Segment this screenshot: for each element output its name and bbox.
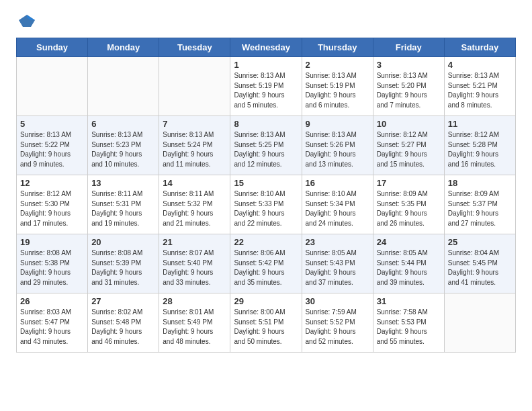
calendar-cell: 12Sunrise: 8:12 AM Sunset: 5:30 PM Dayli…: [17, 175, 88, 234]
day-info: Sunrise: 8:13 AM Sunset: 5:23 PM Dayligh…: [91, 130, 155, 169]
calendar-cell: 26Sunrise: 8:03 AM Sunset: 5:47 PM Dayli…: [17, 293, 88, 353]
day-info: Sunrise: 8:13 AM Sunset: 5:21 PM Dayligh…: [448, 71, 512, 110]
calendar-week-3: 12Sunrise: 8:12 AM Sunset: 5:30 PM Dayli…: [17, 175, 516, 234]
day-info: Sunrise: 8:13 AM Sunset: 5:20 PM Dayligh…: [377, 71, 441, 110]
day-number: 2: [306, 60, 369, 70]
day-info: Sunrise: 8:13 AM Sunset: 5:25 PM Dayligh…: [234, 130, 298, 169]
day-info: Sunrise: 8:06 AM Sunset: 5:42 PM Dayligh…: [234, 248, 298, 287]
calendar-cell: 2Sunrise: 8:13 AM Sunset: 5:19 PM Daylig…: [302, 57, 373, 116]
calendar-table: SundayMondayTuesdayWednesdayThursdayFrid…: [16, 38, 516, 353]
weekday-header-saturday: Saturday: [444, 38, 515, 57]
calendar-cell: [159, 57, 230, 116]
day-number: 14: [163, 178, 226, 188]
day-number: 29: [234, 296, 298, 306]
day-info: Sunrise: 8:13 AM Sunset: 5:22 PM Dayligh…: [20, 130, 84, 169]
day-number: 1: [234, 60, 298, 70]
day-number: 26: [20, 296, 84, 306]
calendar-header-row: SundayMondayTuesdayWednesdayThursdayFrid…: [17, 38, 516, 57]
day-number: 21: [163, 237, 226, 247]
day-info: Sunrise: 8:11 AM Sunset: 5:32 PM Dayligh…: [163, 189, 226, 228]
calendar-cell: 19Sunrise: 8:08 AM Sunset: 5:38 PM Dayli…: [17, 234, 88, 293]
weekday-header-monday: Monday: [88, 38, 159, 57]
calendar-cell: 10Sunrise: 8:12 AM Sunset: 5:27 PM Dayli…: [373, 116, 444, 175]
day-number: 6: [91, 119, 155, 129]
day-number: 16: [306, 178, 369, 188]
calendar-cell: 22Sunrise: 8:06 AM Sunset: 5:42 PM Dayli…: [230, 234, 302, 293]
day-number: 17: [377, 178, 441, 188]
calendar-cell: 21Sunrise: 8:07 AM Sunset: 5:40 PM Dayli…: [159, 234, 230, 293]
day-info: Sunrise: 8:10 AM Sunset: 5:33 PM Dayligh…: [234, 189, 298, 228]
calendar-week-5: 26Sunrise: 8:03 AM Sunset: 5:47 PM Dayli…: [17, 293, 516, 353]
day-number: 8: [234, 119, 298, 129]
day-info: Sunrise: 8:08 AM Sunset: 5:38 PM Dayligh…: [20, 248, 84, 287]
calendar-cell: 23Sunrise: 8:05 AM Sunset: 5:43 PM Dayli…: [302, 234, 373, 293]
day-number: 9: [306, 119, 369, 129]
calendar-cell: [88, 57, 159, 116]
calendar-cell: 8Sunrise: 8:13 AM Sunset: 5:25 PM Daylig…: [230, 116, 302, 175]
calendar-cell: 4Sunrise: 8:13 AM Sunset: 5:21 PM Daylig…: [444, 57, 515, 116]
day-number: 20: [91, 237, 155, 247]
calendar-cell: 31Sunrise: 7:58 AM Sunset: 5:53 PM Dayli…: [373, 293, 444, 353]
day-number: 13: [91, 178, 155, 188]
calendar-cell: [444, 293, 515, 353]
page-container: SundayMondayTuesdayWednesdayThursdayFrid…: [0, 0, 532, 366]
day-number: 11: [448, 119, 512, 129]
day-info: Sunrise: 8:02 AM Sunset: 5:48 PM Dayligh…: [91, 308, 155, 347]
day-info: Sunrise: 8:01 AM Sunset: 5:49 PM Dayligh…: [163, 308, 226, 347]
weekday-header-sunday: Sunday: [17, 38, 88, 57]
calendar-cell: 9Sunrise: 8:13 AM Sunset: 5:26 PM Daylig…: [302, 116, 373, 175]
calendar-cell: 5Sunrise: 8:13 AM Sunset: 5:22 PM Daylig…: [17, 116, 88, 175]
calendar-cell: 27Sunrise: 8:02 AM Sunset: 5:48 PM Dayli…: [88, 293, 159, 353]
page-header: [16, 13, 516, 27]
day-number: 22: [234, 237, 298, 247]
day-info: Sunrise: 8:11 AM Sunset: 5:31 PM Dayligh…: [91, 189, 155, 228]
calendar-cell: 16Sunrise: 8:10 AM Sunset: 5:34 PM Dayli…: [302, 175, 373, 234]
calendar-cell: 18Sunrise: 8:09 AM Sunset: 5:37 PM Dayli…: [444, 175, 515, 234]
day-info: Sunrise: 8:00 AM Sunset: 5:51 PM Dayligh…: [234, 308, 298, 347]
weekday-header-tuesday: Tuesday: [159, 38, 230, 57]
calendar-cell: 1Sunrise: 8:13 AM Sunset: 5:19 PM Daylig…: [230, 57, 302, 116]
logo-icon: [17, 13, 36, 28]
calendar-cell: 20Sunrise: 8:08 AM Sunset: 5:39 PM Dayli…: [88, 234, 159, 293]
calendar-cell: 11Sunrise: 8:12 AM Sunset: 5:28 PM Dayli…: [444, 116, 515, 175]
weekday-header-wednesday: Wednesday: [230, 38, 302, 57]
day-info: Sunrise: 7:58 AM Sunset: 5:53 PM Dayligh…: [377, 308, 441, 347]
day-number: 5: [20, 119, 84, 129]
day-info: Sunrise: 8:10 AM Sunset: 5:34 PM Dayligh…: [306, 189, 369, 228]
calendar-week-2: 5Sunrise: 8:13 AM Sunset: 5:22 PM Daylig…: [17, 116, 516, 175]
day-info: Sunrise: 7:59 AM Sunset: 5:52 PM Dayligh…: [306, 308, 369, 347]
calendar-cell: 25Sunrise: 8:04 AM Sunset: 5:45 PM Dayli…: [444, 234, 515, 293]
day-number: 19: [20, 237, 84, 247]
day-info: Sunrise: 8:09 AM Sunset: 5:35 PM Dayligh…: [377, 189, 441, 228]
calendar-cell: 17Sunrise: 8:09 AM Sunset: 5:35 PM Dayli…: [373, 175, 444, 234]
day-number: 10: [377, 119, 441, 129]
logo: [16, 13, 36, 27]
day-info: Sunrise: 8:03 AM Sunset: 5:47 PM Dayligh…: [20, 308, 84, 347]
day-info: Sunrise: 8:12 AM Sunset: 5:27 PM Dayligh…: [377, 130, 441, 169]
calendar-cell: 14Sunrise: 8:11 AM Sunset: 5:32 PM Dayli…: [159, 175, 230, 234]
day-number: 12: [20, 178, 84, 188]
calendar-cell: 28Sunrise: 8:01 AM Sunset: 5:49 PM Dayli…: [159, 293, 230, 353]
day-info: Sunrise: 8:05 AM Sunset: 5:43 PM Dayligh…: [306, 248, 369, 287]
day-info: Sunrise: 8:08 AM Sunset: 5:39 PM Dayligh…: [91, 248, 155, 287]
day-number: 30: [306, 296, 369, 306]
calendar-cell: 29Sunrise: 8:00 AM Sunset: 5:51 PM Dayli…: [230, 293, 302, 353]
calendar-cell: 13Sunrise: 8:11 AM Sunset: 5:31 PM Dayli…: [88, 175, 159, 234]
calendar-week-1: 1Sunrise: 8:13 AM Sunset: 5:19 PM Daylig…: [17, 57, 516, 116]
day-info: Sunrise: 8:07 AM Sunset: 5:40 PM Dayligh…: [163, 248, 226, 287]
weekday-header-friday: Friday: [373, 38, 444, 57]
calendar-cell: 24Sunrise: 8:05 AM Sunset: 5:44 PM Dayli…: [373, 234, 444, 293]
day-number: 28: [163, 296, 226, 306]
day-info: Sunrise: 8:09 AM Sunset: 5:37 PM Dayligh…: [448, 189, 512, 228]
calendar-cell: 3Sunrise: 8:13 AM Sunset: 5:20 PM Daylig…: [373, 57, 444, 116]
day-info: Sunrise: 8:12 AM Sunset: 5:30 PM Dayligh…: [20, 189, 84, 228]
calendar-cell: 15Sunrise: 8:10 AM Sunset: 5:33 PM Dayli…: [230, 175, 302, 234]
day-info: Sunrise: 8:04 AM Sunset: 5:45 PM Dayligh…: [448, 248, 512, 287]
day-number: 25: [448, 237, 512, 247]
calendar-cell: 30Sunrise: 7:59 AM Sunset: 5:52 PM Dayli…: [302, 293, 373, 353]
day-info: Sunrise: 8:13 AM Sunset: 5:19 PM Dayligh…: [234, 71, 298, 110]
calendar-cell: [17, 57, 88, 116]
weekday-header-thursday: Thursday: [302, 38, 373, 57]
day-number: 27: [91, 296, 155, 306]
day-info: Sunrise: 8:12 AM Sunset: 5:28 PM Dayligh…: [448, 130, 512, 169]
